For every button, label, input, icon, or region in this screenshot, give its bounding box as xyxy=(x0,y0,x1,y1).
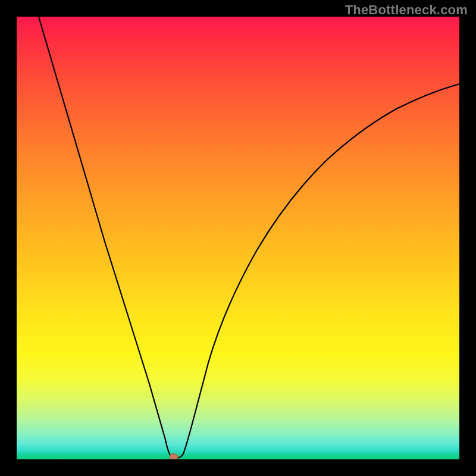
bottleneck-curve xyxy=(39,17,459,458)
plot-area xyxy=(17,17,459,459)
optimum-marker xyxy=(170,454,178,460)
chart-frame: TheBottleneck.com xyxy=(0,0,476,476)
chart-svg xyxy=(17,17,459,459)
watermark-text: TheBottleneck.com xyxy=(345,2,468,18)
